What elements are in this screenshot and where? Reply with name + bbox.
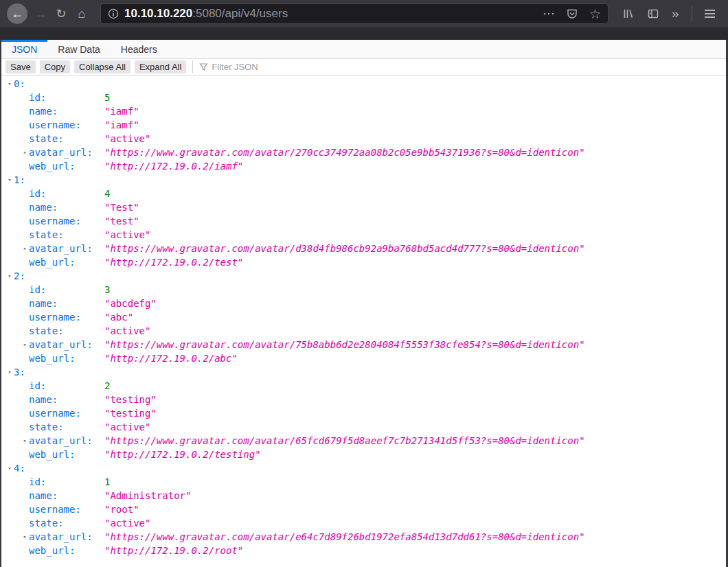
json-number-value: 2 [104,380,110,391]
bookmark-star-button[interactable]: ☆ [589,6,601,22]
json-tree: ▾ 0: id:5 name:"iamf" username:"iamf" st… [1,76,726,557]
json-url-value[interactable]: "http://172.19.0.2/testing" [104,449,261,460]
collapse-toggle-icon[interactable]: ▾ [5,273,14,279]
collapse-toggle-icon[interactable]: ▾ [21,245,29,252]
filter-json-input[interactable] [212,62,349,72]
json-string-value: "active" [104,518,150,529]
navigation-toolbar: ← → ↻ ⌂ 10.10.10.220:5080/api/v4/users ⋯ [0,0,728,27]
json-key: avatar_url: [29,243,93,254]
tab-headers[interactable]: Headers [111,40,168,58]
tab-raw-data[interactable]: Raw Data [47,40,110,58]
json-url-value[interactable]: "https://www.gravatar.com/avatar/270cc37… [104,147,585,158]
json-key: id: [29,476,46,487]
json-key: state: [29,421,64,432]
url-path: :5080/api/v4/users [192,7,288,20]
json-url-value[interactable]: "https://www.gravatar.com/avatar/e64c7d8… [104,531,585,542]
pocket-icon[interactable] [566,8,578,20]
json-url-value[interactable]: "https://www.gravatar.com/avatar/65fcd67… [104,435,585,446]
json-string-value: "test" [104,216,139,227]
toolbar-separator [192,61,193,73]
save-button[interactable]: Save [5,60,36,73]
json-key: username: [29,216,81,227]
json-entry: ▾ 4: id:1 name:"Administrator" username:… [1,461,726,557]
json-index-key: 0: [14,78,25,89]
json-string-value: "testing" [104,408,157,419]
json-key: id: [29,188,46,199]
json-string-value: "abc" [104,312,133,323]
json-string-value: "active" [104,421,150,432]
json-key: web_url: [29,545,75,556]
json-index-key: 4: [14,463,25,474]
json-string-value: "active" [104,325,150,336]
url-bar[interactable]: 10.10.10.220:5080/api/v4/users ⋯ ☆ [100,3,608,24]
json-url-value[interactable]: "http://172.19.0.2/test" [104,257,243,268]
json-number-value: 3 [104,284,110,295]
home-button[interactable]: ⌂ [71,3,92,24]
expand-all-button[interactable]: Expand All [135,60,186,73]
json-key: avatar_url: [29,147,93,158]
json-string-value: "active" [104,229,150,240]
json-url-value[interactable]: "https://www.gravatar.com/avatar/d38d4fb… [104,243,585,254]
json-url-value[interactable]: "https://www.gravatar.com/avatar/75b8abb… [104,339,585,350]
json-key: avatar_url: [29,435,93,446]
json-key: web_url: [29,257,75,268]
json-string-value: "Test" [104,202,139,213]
json-string-value: "testing" [104,394,157,405]
json-key: name: [29,202,58,213]
json-key: web_url: [29,353,75,364]
collapse-toggle-icon[interactable]: ▾ [21,341,29,348]
json-key: name: [29,394,58,405]
url-text: 10.10.10.220:5080/api/v4/users [124,7,288,21]
tab-json[interactable]: JSON [1,40,47,58]
json-number-value: 4 [104,188,110,199]
json-key: id: [29,380,46,391]
json-key: web_url: [29,161,75,172]
json-key: name: [29,106,58,117]
reload-button[interactable]: ↻ [51,3,71,24]
collapse-toggle-icon[interactable]: ▾ [21,437,29,444]
menu-button[interactable] [705,10,715,18]
url-host: 10.10.10.220 [124,7,192,20]
viewer-toolbar: Save Copy Collapse All Expand All [1,59,726,76]
sidebar-button[interactable] [647,8,659,20]
viewer-tab-strip: JSON Raw Data Headers [1,40,726,59]
overflow-button[interactable]: » [672,6,679,21]
forward-button[interactable]: → [30,3,51,24]
json-url-value[interactable]: "http://172.19.0.2/abc" [104,353,238,364]
json-key: username: [29,119,81,130]
json-url-value[interactable]: "http://172.19.0.2/iamf" [104,161,243,172]
chrome-bottom-strip [0,27,728,40]
collapse-toggle-icon[interactable]: ▾ [5,176,14,183]
json-key: state: [29,229,64,240]
json-key: avatar_url: [29,531,93,542]
json-index-key: 1: [14,174,25,185]
json-key: state: [29,133,64,144]
json-key: state: [29,325,64,336]
filter-funnel-icon [199,62,208,71]
json-url-value[interactable]: "http://172.19.0.2/root" [104,545,243,556]
json-string-value: "root" [104,504,139,515]
collapse-toggle-icon[interactable]: ▾ [5,80,14,87]
library-button[interactable] [622,8,635,20]
back-button[interactable]: ← [7,3,27,24]
json-index-key: 2: [14,270,25,281]
json-viewer-page: JSON Raw Data Headers Save Copy Collapse… [0,40,728,567]
json-key: username: [29,312,81,323]
collapse-toggle-icon[interactable]: ▾ [21,149,29,156]
json-entry: ▾ 1: id:4 name:"Test" username:"test" st… [1,173,726,269]
copy-button[interactable]: Copy [40,60,70,73]
json-key: name: [29,298,58,309]
site-info-icon[interactable] [108,8,119,19]
collapse-all-button[interactable]: Collapse All [74,60,130,73]
json-index-key: 3: [14,367,25,378]
collapse-toggle-icon[interactable]: ▾ [5,369,14,375]
toolbar-divider [692,6,692,21]
collapse-toggle-icon[interactable]: ▾ [5,465,14,472]
json-entry: ▾ 2: id:3 name:"abcdefg" username:"abc" … [1,269,726,365]
json-string-value: "abcdefg" [104,298,157,309]
page-actions-button[interactable]: ⋯ [543,6,555,21]
json-number-value: 1 [104,476,110,487]
json-key: id: [29,284,46,295]
collapse-toggle-icon[interactable]: ▾ [21,533,29,540]
json-entry: ▾ 3: id:2 name:"testing" username:"testi… [1,365,726,461]
